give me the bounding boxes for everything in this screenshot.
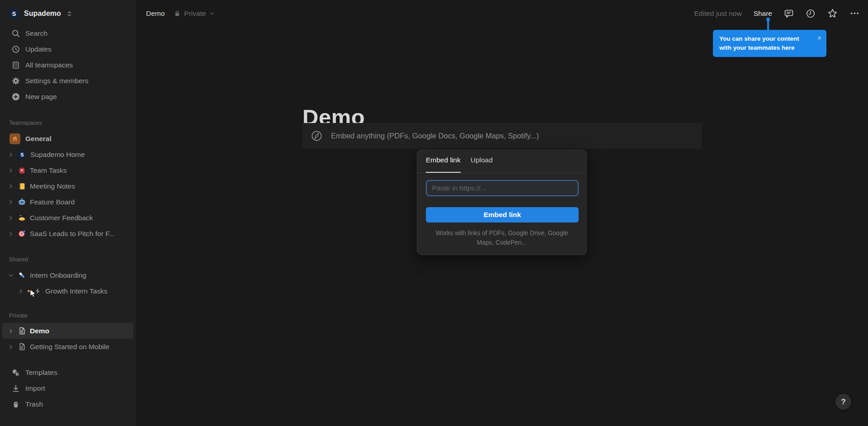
chevron-down-icon[interactable] (8, 272, 14, 279)
workspace-name: Supademo (24, 9, 61, 18)
sidebar-item-all-teamspaces[interactable]: All teamspaces (2, 57, 133, 73)
embed-link-button[interactable]: Embed link (426, 207, 579, 222)
workspace-logo-letter: S (12, 10, 16, 17)
tabs-divider (417, 173, 586, 173)
sidebar-item-settings[interactable]: Settings & members (2, 73, 133, 89)
history-icon[interactable] (806, 9, 816, 19)
sidebar-item-label: Team Tasks (30, 166, 67, 175)
privacy-label: Private (184, 9, 206, 18)
share-button[interactable]: Share (754, 9, 772, 18)
compass-icon (311, 130, 323, 142)
section-label-private[interactable]: Private (9, 308, 27, 322)
chevron-right-icon[interactable] (18, 288, 24, 294)
workspace-logo: S (9, 8, 19, 19)
privacy-selector[interactable]: Private (174, 9, 214, 18)
bolt-icon (33, 287, 42, 295)
pen-icon (18, 271, 26, 279)
sidebar-item-templates[interactable]: Templates (2, 364, 133, 380)
sidebar-item-label: Feature Board (30, 198, 75, 206)
sidebar-item-feature-board[interactable]: Feature Board (2, 194, 133, 210)
backpack-icon (18, 166, 26, 175)
sidebar-item-label: Getting Started on Mobile (30, 343, 109, 351)
lock-icon (174, 10, 181, 17)
clock-icon (11, 45, 20, 54)
sidebar-item-label: Demo (30, 327, 49, 335)
building-icon (11, 61, 20, 70)
embed-popup: Embed link Upload Embed link Works with … (417, 150, 587, 255)
target-icon (18, 229, 26, 238)
more-icon[interactable] (849, 8, 860, 19)
breadcrumb: Demo Private (146, 0, 215, 27)
topbar-actions: Edited just now Share (694, 0, 860, 27)
comment-icon[interactable] (784, 9, 794, 19)
popup-caption: Works with links of PDFs, Google Drive, … (417, 228, 586, 248)
breadcrumb-page-title[interactable]: Demo (146, 9, 165, 18)
expand-icon (66, 10, 73, 18)
custard-icon (18, 213, 26, 222)
question-mark: ? (841, 398, 845, 407)
page-icon (18, 327, 26, 335)
sidebar-item-label: Meeting Notes (30, 182, 75, 190)
search-icon (11, 29, 20, 38)
share-tooltip-text: You can share your content with your tea… (719, 35, 799, 51)
chevron-down-icon (209, 11, 215, 16)
workspace-switcher[interactable]: S Supademo (2, 5, 133, 22)
sidebar-item-team-tasks[interactable]: Team Tasks (2, 162, 133, 178)
sidebar-item-intern-onboarding[interactable]: Intern Onboarding (2, 267, 133, 283)
import-icon (11, 384, 20, 393)
chevron-right-icon[interactable] (8, 199, 14, 205)
sidebar-item-import[interactable]: Import (2, 380, 133, 396)
close-icon[interactable]: × (817, 33, 821, 43)
plus-circle-icon (11, 92, 20, 101)
feedback-icon[interactable] (8, 215, 14, 221)
sidebar-item-growth-intern-tasks[interactable]: Growth Intern Tasks (2, 283, 133, 299)
sidebar-item-trash[interactable]: Trash (2, 396, 133, 412)
sidebar-item-updates[interactable]: Updates (2, 41, 133, 57)
chevron-right-icon[interactable] (8, 183, 14, 189)
page-icon (18, 342, 26, 351)
section-label-teamspaces[interactable]: Teamspaces (9, 116, 42, 129)
gear-icon (11, 76, 20, 85)
sidebar-item-label: SaaS Leads to Pitch for F... (30, 230, 115, 238)
sidebar-item-customer-feedback[interactable]: Customer Feedback (2, 210, 133, 226)
notebook-icon (18, 182, 26, 190)
shapes-icon (11, 368, 20, 377)
section-label-shared[interactable]: Shared (9, 252, 28, 266)
sidebar-item-saas-leads[interactable]: SaaS Leads to Pitch for F... (2, 226, 133, 241)
sidebar-item-general[interactable]: General (2, 131, 133, 147)
chevron-right-icon[interactable] (8, 167, 14, 174)
star-icon[interactable] (827, 8, 838, 19)
sidebar-item-search[interactable]: Search (2, 25, 133, 41)
sidebar-item-label: Search (25, 29, 47, 38)
embed-placeholder-block[interactable]: Embed anything (PDFs, Google Docs, Googl… (302, 123, 702, 149)
sidebar-item-label: General (25, 135, 52, 143)
sidebar-item-supademo-home[interactable]: S Supademo Home (2, 147, 133, 162)
sidebar-item-label: New page (25, 93, 57, 101)
embed-prompt-text: Embed anything (PDFs, Google Docs, Googl… (331, 132, 539, 140)
sidebar-item-meeting-notes[interactable]: Meeting Notes (2, 178, 133, 194)
tab-upload[interactable]: Upload (471, 156, 493, 173)
sidebar-item-label: Trash (25, 400, 43, 408)
chevron-right-icon[interactable] (8, 151, 14, 158)
edited-status: Edited just now (694, 9, 742, 18)
sidebar-item-label: Updates (25, 45, 52, 53)
sidebar-item-label: Templates (25, 369, 57, 377)
sidebar-item-label: Intern Onboarding (30, 271, 86, 279)
embed-url-input[interactable] (426, 180, 579, 196)
sidebar-item-getting-started[interactable]: Getting Started on Mobile (2, 339, 133, 355)
sidebar-item-new-page[interactable]: New page (2, 89, 133, 104)
sidebar-item-label: Settings & members (25, 77, 89, 85)
chevron-right-icon[interactable] (8, 344, 14, 350)
chevron-right-icon[interactable] (8, 231, 14, 237)
tooltip-pointer-stem (767, 20, 769, 30)
chevron-right-icon[interactable] (8, 328, 14, 334)
robot-icon (18, 198, 26, 206)
help-button[interactable]: ? (835, 394, 851, 410)
popup-tabs: Embed link Upload (417, 150, 586, 173)
tab-embed-link[interactable]: Embed link (426, 156, 461, 173)
share-tooltip: You can share your content with your tea… (713, 30, 826, 57)
supademo-logo-icon: S (18, 150, 27, 159)
sidebar-item-demo[interactable]: Demo (2, 323, 133, 339)
orange-dot (28, 290, 30, 292)
sidebar: S Supademo Search Updates All teamspaces… (0, 0, 136, 426)
